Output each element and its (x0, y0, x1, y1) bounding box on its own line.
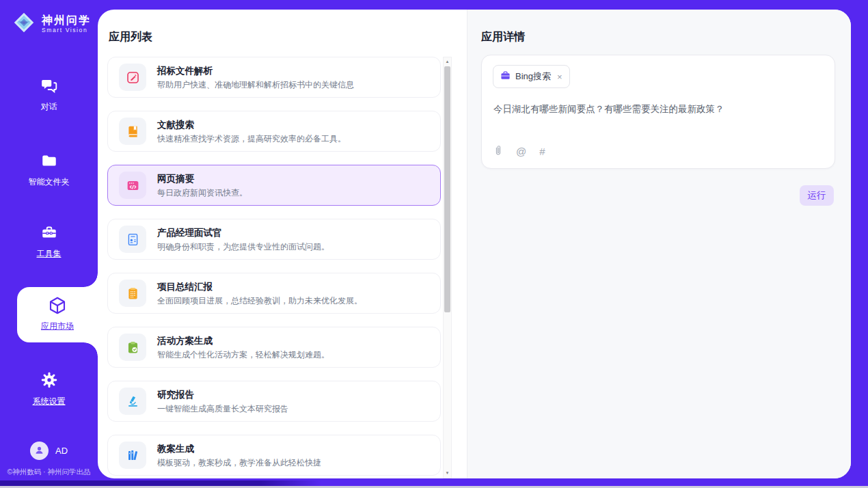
tab-curve-bottom (84, 342, 98, 356)
list-scrollbar[interactable]: ▲ ▼ (443, 57, 452, 478)
app-desc: 全面回顾项目进展，总结经验教训，助力未来优化发展。 (157, 296, 362, 306)
sidebar-item-smart-folder[interactable]: 智能文件夹 (0, 152, 98, 188)
prompt-text-input[interactable]: 今日湖北有哪些新闻要点？有哪些需要关注的最新政策？ (493, 103, 821, 116)
brand-logo: 神州问学 Smart Vision (11, 10, 91, 38)
user-account[interactable]: AD (0, 442, 98, 460)
edit-icon (119, 64, 146, 91)
app-title: 教案生成 (157, 444, 321, 454)
sidebar: 神州问学 Smart Vision 对话 智能文件夹 (0, 0, 98, 488)
brand-name: 神州问学 (42, 14, 91, 27)
app-title: 项目总结汇报 (157, 282, 362, 292)
paperclip-icon[interactable] (493, 144, 503, 159)
app-card-literature-search[interactable]: 文献搜索 快速精准查找学术资源，提高研究效率的必备工具。 (107, 111, 441, 152)
app-desc: 模板驱动，教案秒成，教学准备从此轻松快捷 (157, 458, 321, 467)
app-desc: 每日政府新闻资讯快查。 (157, 188, 247, 198)
app-desc: 帮助用户快速、准确地理解和解析招标书中的关键信息 (157, 80, 354, 90)
bottom-accent-band (0, 480, 321, 486)
sidebar-item-chat[interactable]: 对话 (0, 77, 98, 113)
app-card-web-summary[interactable]: 网页摘要 每日政府新闻资讯快查。 (107, 165, 441, 206)
sidebar-item-app-market[interactable]: 应用市场 (17, 287, 98, 342)
app-card-research-report[interactable]: 研究报告 一键智能生成高质量长文本研究报告 (107, 381, 441, 422)
sidebar-item-label: 对话 (0, 101, 98, 113)
chip-label: Bing搜索 (515, 70, 551, 83)
app-card-project-summary[interactable]: 项目总结汇报 全面回顾项目进展，总结经验教训，助力未来优化发展。 (107, 273, 441, 314)
app-window: 神州问学 Smart Vision 对话 智能文件夹 (0, 0, 868, 488)
scroll-down-icon[interactable]: ▼ (444, 469, 451, 478)
clipboard-check-icon (119, 334, 146, 361)
scroll-up-icon[interactable]: ▲ (444, 57, 451, 66)
toolbox-icon (40, 232, 58, 243)
app-card-pm-interviewer[interactable]: 产品经理面试官 明确身份和职责，为您提供专业性的面试问题。 (107, 219, 441, 260)
resume-icon (119, 226, 146, 253)
diamond-logo-icon (11, 10, 37, 38)
sidebar-item-settings[interactable]: 系统设置 (0, 371, 98, 407)
app-list: 招标文件解析 帮助用户快速、准确地理解和解析招标书中的关键信息 文献搜索 (107, 57, 441, 478)
app-card-event-plan[interactable]: 活动方案生成 智能生成个性化活动方案，轻松解决规划难题。 (107, 327, 441, 368)
app-list-title: 应用列表 (109, 30, 152, 44)
notepad-icon (119, 280, 146, 307)
sidebar-item-label: 应用市场 (17, 321, 98, 332)
app-detail-title: 应用详情 (481, 30, 525, 44)
app-title: 网页摘要 (157, 174, 247, 184)
app-desc: 明确身份和职责，为您提供专业性的面试问题。 (157, 242, 329, 252)
user-icon (33, 444, 45, 458)
sidebar-item-label: 系统设置 (0, 396, 98, 407)
app-title: 研究报告 (157, 390, 288, 400)
app-title: 招标文件解析 (157, 66, 354, 76)
folder-icon (40, 160, 58, 172)
scrollbar-thumb[interactable] (444, 66, 450, 312)
tab-curve-top (84, 273, 98, 287)
app-desc: 一键智能生成高质量长文本研究报告 (157, 404, 288, 414)
at-icon[interactable]: @ (516, 146, 526, 158)
gear-icon (40, 379, 58, 391)
avatar (30, 442, 49, 460)
briefcase-icon (500, 70, 511, 83)
app-detail-panel: 应用详情 Bing搜索 × 今日湖北有哪些新闻要点？有哪些需要关注的最新政策？ (467, 10, 851, 478)
sidebar-item-toolset[interactable]: 工具集 (0, 223, 98, 260)
brand-subtitle: Smart Vision (42, 27, 91, 33)
prompt-input-card: Bing搜索 × 今日湖北有哪些新闻要点？有哪些需要关注的最新政策？ @ # (481, 55, 835, 169)
hash-icon[interactable]: # (539, 146, 545, 158)
chat-icon (40, 85, 58, 96)
app-title: 产品经理面试官 (157, 228, 329, 238)
input-toolbar: @ # (493, 144, 545, 159)
main-content: 应用列表 招标文件解析 帮助用户快速、准确地理解和解析招标书中的关键信息 (98, 10, 851, 478)
book-icon (119, 118, 146, 145)
cube-icon (47, 306, 68, 318)
app-desc: 智能生成个性化活动方案，轻松解决规划难题。 (157, 350, 329, 360)
run-button[interactable]: 运行 (800, 185, 834, 206)
app-card-bid-analysis[interactable]: 招标文件解析 帮助用户快速、准确地理解和解析招标书中的关键信息 (107, 57, 441, 98)
app-list-panel: 应用列表 招标文件解析 帮助用户快速、准确地理解和解析招标书中的关键信息 (98, 10, 467, 478)
web-code-icon (119, 172, 146, 199)
app-desc: 快速精准查找学术资源，提高研究效率的必备工具。 (157, 134, 346, 144)
sidebar-item-label: 工具集 (0, 248, 98, 260)
app-title: 文献搜索 (157, 120, 346, 130)
tool-chip-bing-search[interactable]: Bing搜索 × (493, 65, 570, 88)
copyright-footer: ©神州数码 · 神州问学出品 (0, 467, 98, 477)
user-initials: AD (55, 446, 68, 456)
books-icon (119, 442, 146, 469)
app-card-lesson-plan[interactable]: 教案生成 模板驱动，教案秒成，教学准备从此轻松快捷 (107, 435, 441, 476)
microscope-icon (119, 388, 146, 415)
app-title: 活动方案生成 (157, 336, 329, 346)
close-icon[interactable]: × (557, 72, 562, 82)
sidebar-item-label: 智能文件夹 (0, 176, 98, 188)
